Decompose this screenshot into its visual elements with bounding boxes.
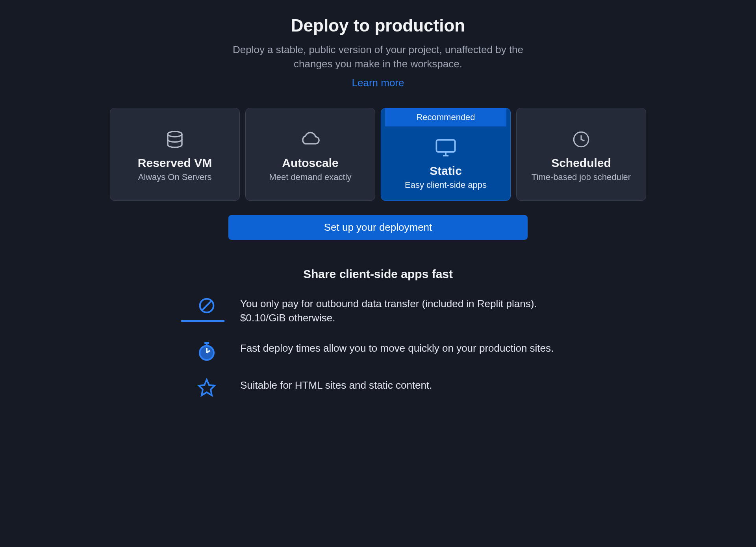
deployment-options: Reserved VM Always On Servers Autoscale …	[110, 108, 646, 201]
option-reserved-vm[interactable]: Reserved VM Always On Servers	[110, 108, 240, 201]
option-desc: Meet demand exactly	[269, 172, 351, 182]
page-title: Deploy to production	[291, 16, 465, 35]
feature-text: Suitable for HTML sites and static conte…	[240, 378, 432, 392]
option-title: Autoscale	[282, 156, 338, 170]
option-static[interactable]: Recommended Static Easy client-side apps	[381, 108, 511, 201]
option-desc: Always On Servers	[138, 172, 211, 182]
clock-icon	[571, 128, 591, 151]
star-icon	[193, 378, 220, 397]
option-desc: Easy client-side apps	[405, 180, 487, 190]
feature-item: Suitable for HTML sites and static conte…	[193, 378, 563, 397]
no-cost-icon	[193, 297, 220, 322]
setup-deployment-button[interactable]: Set up your deployment	[228, 215, 528, 240]
monitor-icon	[434, 136, 457, 159]
svg-rect-10	[204, 342, 209, 344]
option-title: Scheduled	[551, 156, 611, 170]
features-heading: Share client-side apps fast	[193, 267, 563, 281]
svg-point-0	[168, 132, 182, 137]
feature-item: You only pay for outbound data transfer …	[193, 297, 563, 325]
feature-text: Fast deploy times allow you to move quic…	[240, 341, 554, 355]
svg-line-6	[202, 301, 211, 310]
page-subtitle: Deploy a stable, public version of your …	[217, 43, 539, 71]
option-autoscale[interactable]: Autoscale Meet demand exactly	[245, 108, 375, 201]
option-title: Reserved VM	[138, 156, 212, 170]
svg-marker-12	[199, 380, 215, 395]
svg-rect-1	[436, 140, 455, 152]
features-section: Share client-side apps fast You only pay…	[193, 267, 563, 413]
option-scheduled[interactable]: Scheduled Time-based job scheduler	[516, 108, 646, 201]
feature-item: Fast deploy times allow you to move quic…	[193, 341, 563, 362]
recommended-badge: Recommended	[385, 108, 506, 126]
stopwatch-icon	[193, 341, 220, 362]
database-icon	[164, 128, 185, 151]
learn-more-link[interactable]: Learn more	[352, 77, 404, 89]
accent-underline	[181, 320, 224, 322]
option-desc: Time-based job scheduler	[532, 172, 631, 182]
option-title: Static	[430, 164, 462, 178]
cloud-icon	[300, 128, 321, 151]
feature-text: You only pay for outbound data transfer …	[240, 297, 563, 325]
